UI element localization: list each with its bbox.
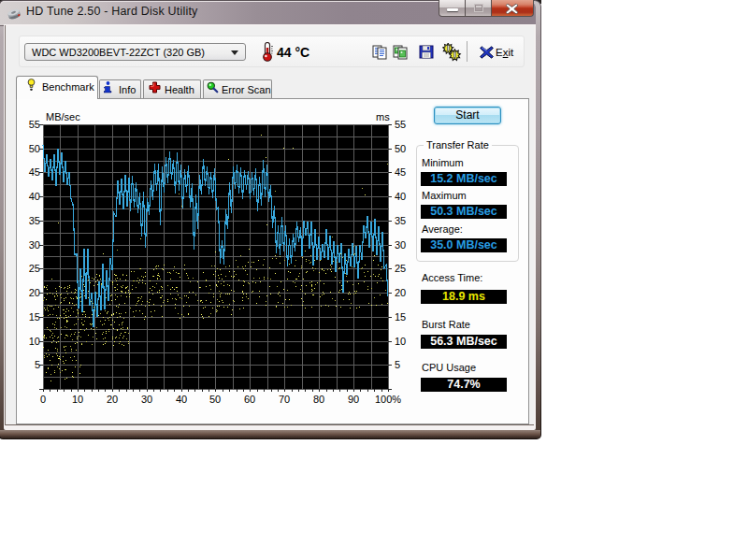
svg-text:40: 40 [176,394,187,405]
svg-text:45: 45 [395,166,406,178]
svg-text:45: 45 [29,166,40,178]
svg-text:50: 50 [29,143,40,154]
svg-text:40: 40 [395,191,406,202]
svg-text:10: 10 [29,336,40,347]
svg-text:70: 70 [279,394,290,405]
svg-text:10: 10 [72,394,83,405]
svg-text:50: 50 [395,143,406,154]
svg-text:55: 55 [395,119,406,130]
svg-text:20: 20 [107,394,118,405]
svg-text:20: 20 [29,287,40,298]
svg-text:80: 80 [313,394,324,405]
svg-text:40: 40 [29,191,40,202]
svg-text:0: 0 [40,394,46,405]
svg-text:50: 50 [209,394,221,405]
svg-text:60: 60 [244,394,255,405]
svg-text:55: 55 [29,119,40,130]
svg-text:30: 30 [395,239,406,251]
svg-text:35: 35 [395,215,406,226]
svg-text:15: 15 [29,311,40,323]
svg-text:20: 20 [395,287,406,298]
svg-text:5: 5 [395,359,400,370]
svg-text:MB/sec: MB/sec [46,111,80,122]
svg-text:5: 5 [35,359,40,370]
svg-text:25: 25 [395,263,406,274]
svg-text:10: 10 [395,336,406,347]
svg-text:15: 15 [395,311,406,323]
svg-text:35: 35 [29,215,40,226]
svg-text:30: 30 [141,394,152,405]
svg-text:25: 25 [29,263,40,274]
svg-text:90: 90 [348,394,359,405]
svg-text:ms: ms [376,111,390,122]
svg-text:100%: 100% [375,394,401,405]
svg-text:30: 30 [29,239,40,251]
